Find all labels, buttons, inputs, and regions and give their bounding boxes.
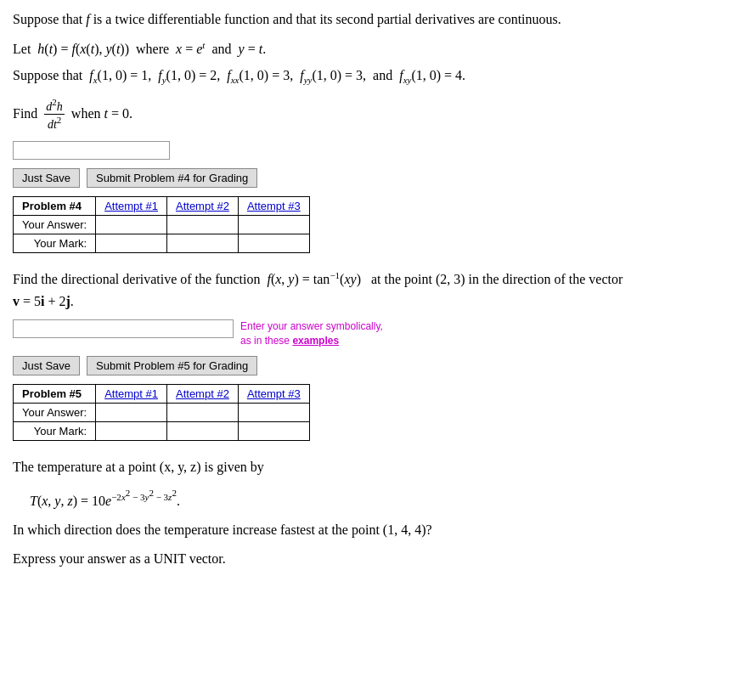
problem5-just-save-button[interactable]: Just Save bbox=[13, 356, 80, 375]
problem5-attempt1-header[interactable]: Attempt #1 bbox=[96, 385, 167, 404]
problem6-line1: The temperature at a point (x, y, z) is … bbox=[13, 456, 742, 478]
problem6-line3: Express your answer as a UNIT vector. bbox=[13, 548, 742, 570]
problem6-func: T(x, y, z) = 10e−2x2 − 3y2 − 3z2. bbox=[30, 485, 742, 512]
find-label: Find bbox=[13, 106, 37, 121]
problem5-hint-line2: as in these bbox=[240, 335, 290, 347]
problem4-answer2-cell bbox=[167, 216, 239, 234]
problem5-answer3-cell bbox=[238, 404, 309, 422]
problem5-your-answer-row: Your Answer: bbox=[14, 404, 310, 422]
problem5-attempts-header-row: Problem #5 Attempt #1 Attempt #2 Attempt… bbox=[14, 385, 310, 404]
problem5-your-mark-label: Your Mark: bbox=[14, 422, 96, 441]
problem4-mark1-cell bbox=[96, 234, 167, 253]
problem4-your-answer-row: Your Answer: bbox=[14, 216, 310, 234]
attempts-header-row: Problem #4 Attempt #1 Attempt #2 Attempt… bbox=[14, 197, 310, 216]
problem5-mark3-cell bbox=[238, 422, 309, 441]
problem4-let-line: Let h(t) = f(x(t), y(t)) where x = et an… bbox=[13, 37, 742, 61]
problem5-attempt2-header[interactable]: Attempt #2 bbox=[167, 385, 239, 404]
problem4-your-mark-label: Your Mark: bbox=[14, 234, 96, 253]
problem5-desc: Find the directional derivative of the f… bbox=[13, 268, 742, 313]
problem4-answer-input[interactable] bbox=[13, 141, 170, 160]
suppose-text: Suppose that bbox=[13, 12, 82, 26]
problem5-answer-input[interactable] bbox=[13, 319, 234, 338]
problem5-section: Find the directional derivative of the f… bbox=[13, 268, 742, 441]
problem4-mark3-cell bbox=[238, 234, 309, 253]
problem5-label-cell: Problem #5 bbox=[14, 385, 96, 404]
problem5-submit-button[interactable]: Submit Problem #5 for Grading bbox=[87, 356, 257, 375]
problem4-desc: f is a twice differentiable function and… bbox=[86, 12, 561, 26]
problem4-mark2-cell bbox=[167, 234, 239, 253]
problem5-button-row: Just Save Submit Problem #5 for Grading bbox=[13, 356, 742, 375]
problem4-suppose-line: Suppose that fx(1, 0) = 1, fy(1, 0) = 2,… bbox=[13, 64, 742, 88]
problem4-find-line: Find d2h dt2 when t = 0. bbox=[13, 97, 742, 131]
problem5-answer2-cell bbox=[167, 404, 239, 422]
problem4-section: Suppose that f is a twice differentiable… bbox=[13, 8, 742, 253]
problem5-attempt3-header[interactable]: Attempt #3 bbox=[238, 385, 309, 404]
problem4-answer3-cell bbox=[238, 216, 309, 234]
problem4-attempts-table: Problem #4 Attempt #1 Attempt #2 Attempt… bbox=[13, 196, 310, 253]
problem6-section: The temperature at a point (x, y, z) is … bbox=[13, 456, 742, 569]
problem5-mark2-cell bbox=[167, 422, 239, 441]
problem4-your-answer-label: Your Answer: bbox=[14, 216, 96, 234]
problem5-input-hint-row: Enter your answer symbolically, as in th… bbox=[13, 319, 742, 348]
problem4-label-cell: Problem #4 bbox=[14, 197, 96, 216]
find-when: when t = 0. bbox=[71, 106, 132, 121]
problem5-hint-line1: Enter your answer symbolically, bbox=[240, 320, 383, 332]
problem4-attempt2-header[interactable]: Attempt #2 bbox=[167, 197, 239, 216]
problem5-your-answer-label: Your Answer: bbox=[14, 404, 96, 422]
problem4-attempt3-header[interactable]: Attempt #3 bbox=[238, 197, 309, 216]
problem4-button-row: Just Save Submit Problem #4 for Grading bbox=[13, 168, 742, 188]
problem4-just-save-button[interactable]: Just Save bbox=[13, 168, 80, 188]
problem4-intro: Suppose that f is a twice differentiable… bbox=[13, 8, 742, 31]
problem5-examples-link[interactable]: examples bbox=[292, 335, 339, 347]
problem5-mark1-cell bbox=[96, 422, 167, 441]
problem5-answer1-cell bbox=[96, 404, 167, 422]
problem4-your-mark-row: Your Mark: bbox=[14, 234, 310, 253]
problem4-attempt1-header[interactable]: Attempt #1 bbox=[96, 197, 167, 216]
problem5-your-mark-row: Your Mark: bbox=[14, 422, 310, 441]
problem4-answer1-cell bbox=[96, 216, 167, 234]
find-fraction: d2h dt2 bbox=[42, 97, 66, 131]
problem4-submit-button[interactable]: Submit Problem #4 for Grading bbox=[87, 168, 257, 188]
problem5-hint: Enter your answer symbolically, as in th… bbox=[240, 319, 383, 348]
problem6-line2: In which direction does the temperature … bbox=[13, 519, 742, 541]
problem5-attempts-table: Problem #5 Attempt #1 Attempt #2 Attempt… bbox=[13, 384, 310, 441]
